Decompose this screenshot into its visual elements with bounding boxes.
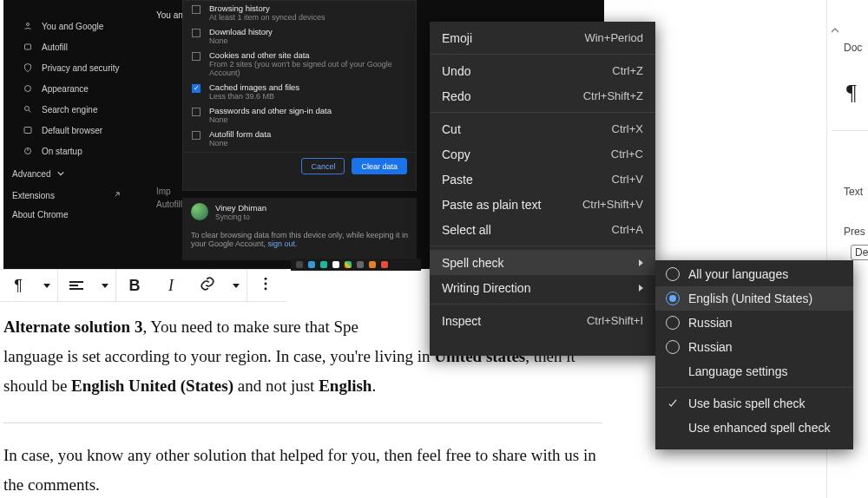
svg-point-0	[27, 23, 30, 26]
italic-button[interactable]: I	[153, 269, 189, 302]
submenu-enhanced-spellcheck[interactable]: Use enhanced spell check	[655, 416, 853, 440]
sidebar-item-privacy[interactable]: Privacy and security	[3, 57, 134, 78]
menu-redo[interactable]: Redo Ctrl+Shift+Z	[430, 83, 655, 108]
checkbox[interactable]	[192, 131, 201, 140]
link-button[interactable]	[189, 269, 226, 302]
sidebar-about-chrome[interactable]: About Chrome	[3, 205, 134, 224]
person-icon	[23, 21, 33, 31]
row-title: Autofill form data	[209, 129, 271, 139]
more-options-button[interactable]	[247, 269, 284, 302]
menu-undo[interactable]: Undo Ctrl+Z	[430, 58, 655, 83]
svg-rect-1	[25, 44, 31, 49]
checkbox[interactable]	[192, 29, 201, 37]
menu-separator	[430, 112, 655, 113]
submenu-basic-spellcheck[interactable]: Use basic spell check	[655, 391, 853, 416]
svg-point-7	[265, 283, 267, 285]
submenu-language-settings[interactable]: Language settings	[655, 359, 853, 383]
chevron-down-icon	[57, 169, 64, 179]
svg-point-8	[265, 287, 267, 290]
kebab-icon	[257, 275, 274, 296]
checkbox[interactable]	[192, 108, 201, 116]
checkbox[interactable]	[192, 5, 201, 14]
avatar	[191, 203, 208, 220]
menu-writing-direction[interactable]: Writing Direction	[430, 275, 655, 300]
editor-toolbar: ¶ B I	[0, 269, 286, 302]
align-button[interactable]	[58, 269, 95, 302]
sidebar-item-autofill[interactable]: Autofill	[3, 36, 134, 57]
menu-copy[interactable]: Copy Ctrl+C	[430, 141, 655, 167]
taskbar-icon[interactable]	[296, 261, 303, 268]
bold-button[interactable]: B	[116, 269, 153, 302]
taskbar-icon[interactable]	[357, 261, 364, 268]
cancel-button[interactable]: Cancel	[301, 158, 345, 174]
row-subtitle: Less than 39.6 MB	[209, 92, 299, 101]
browser-icon	[23, 125, 33, 135]
taskbar-icon[interactable]	[381, 261, 388, 268]
sidebar-advanced[interactable]: Advanced	[3, 161, 134, 186]
italic-icon: I	[168, 277, 174, 295]
taskbar-icon[interactable]	[332, 261, 339, 268]
sidebar-item-search[interactable]: Search engine	[3, 99, 134, 120]
clear-data-row[interactable]: ✓Cached images and filesLess than 39.6 M…	[183, 80, 416, 103]
svg-point-2	[25, 86, 31, 92]
spell-check-submenu: All your languages English (United State…	[655, 260, 853, 449]
menu-select-all[interactable]: Select all Ctrl+A	[430, 217, 655, 242]
submenu-english-us[interactable]: English (United States)	[655, 286, 853, 311]
svg-point-6	[265, 278, 267, 280]
row-title: Download history	[209, 27, 273, 36]
rail-separator	[832, 130, 868, 131]
taskbar-icon[interactable]	[320, 261, 327, 268]
menu-spell-check[interactable]: Spell check	[430, 250, 655, 275]
taskbar-icon[interactable]	[345, 261, 352, 268]
menu-emoji[interactable]: Emoji Win+Period	[430, 25, 655, 50]
menu-paste-plain[interactable]: Paste as plain text Ctrl+Shift+V	[430, 192, 655, 217]
clear-data-button[interactable]: Clear data	[352, 158, 407, 174]
submenu-russian-2[interactable]: Russian	[655, 335, 853, 359]
external-link-icon	[113, 190, 122, 200]
sidebar-item-default-browser[interactable]: Default browser	[3, 120, 134, 141]
menu-separator	[430, 246, 655, 246]
scroll-up-icon[interactable]	[831, 26, 839, 35]
dialog-actions: Cancel Clear data	[183, 152, 416, 180]
submenu-russian[interactable]: Russian	[655, 311, 853, 335]
checkbox[interactable]: ✓	[192, 84, 201, 93]
more-formatting-dropdown[interactable]	[226, 269, 247, 302]
radio-icon	[666, 267, 680, 281]
taskbar-icon[interactable]	[369, 261, 376, 268]
clear-data-row[interactable]: Cookies and other site dataFrom 2 sites …	[183, 48, 416, 80]
menu-inspect[interactable]: Inspect Ctrl+Shift+I	[430, 308, 655, 333]
row-title: Passwords and other sign-in data	[209, 106, 332, 115]
taskbar-icon[interactable]	[308, 261, 315, 268]
rail-doc-label: Doc	[844, 42, 862, 54]
clear-data-row[interactable]: Passwords and other sign-in dataNone	[183, 103, 416, 127]
chevron-right-icon	[639, 259, 643, 266]
rail-text-label: Text	[844, 186, 863, 198]
align-dropdown[interactable]	[95, 269, 115, 302]
sidebar-item-appearance[interactable]: Appearance	[3, 78, 134, 99]
clear-data-row[interactable]: Download historyNone	[183, 24, 416, 48]
sidebar-extensions[interactable]: Extensions	[3, 186, 134, 205]
sidebar-item-you-and-google[interactable]: You and Google	[3, 16, 134, 36]
menu-cut[interactable]: Cut Ctrl+X	[430, 116, 655, 141]
menu-separator	[430, 54, 655, 55]
bold-icon: B	[129, 277, 141, 295]
chevron-right-icon	[639, 285, 643, 292]
sign-out-link[interactable]: sign out	[268, 239, 296, 248]
menu-separator	[430, 304, 655, 305]
row-subtitle: At least 1 item on synced devices	[209, 13, 326, 22]
paragraph-dropdown[interactable]	[36, 269, 57, 302]
paragraph-format-button[interactable]: ¶	[0, 269, 36, 302]
menu-paste[interactable]: Paste Ctrl+V	[430, 167, 655, 192]
row-subtitle: None	[209, 115, 332, 124]
svg-point-3	[25, 107, 30, 111]
sign-out-disclaimer: To clear browsing data from this device …	[182, 226, 417, 260]
check-icon	[666, 396, 680, 410]
sidebar-item-on-startup[interactable]: On startup	[3, 141, 134, 161]
rail-preset-value[interactable]: De	[851, 245, 868, 260]
submenu-all-languages[interactable]: All your languages	[655, 262, 853, 286]
pilcrow-icon: ¶	[846, 80, 857, 106]
clear-data-row[interactable]: Autofill form dataNone	[183, 127, 416, 150]
clear-data-row[interactable]: Browsing historyAt least 1 item on synce…	[183, 1, 416, 24]
checkbox[interactable]	[192, 52, 201, 61]
article-paragraph: In case, you know any other solution tha…	[3, 441, 602, 498]
